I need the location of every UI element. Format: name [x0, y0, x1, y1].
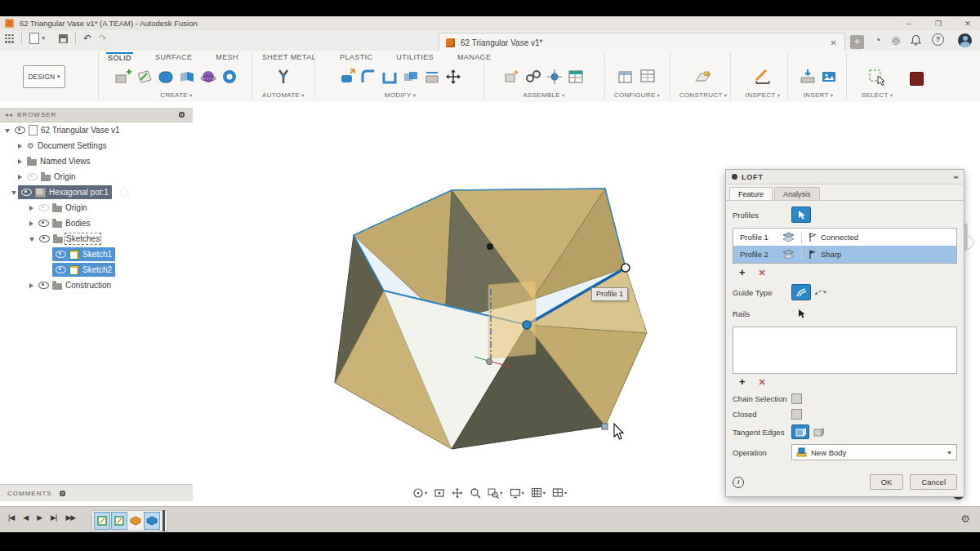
group-label-select[interactable]: SELECT [852, 91, 902, 99]
group-label-construct[interactable]: CONSTRUCT [676, 91, 730, 99]
browser-row-component[interactable]: Hexagonal pot:1 [0, 184, 193, 200]
document-tab[interactable]: 62 Triangular Vase v1* ✕ [439, 33, 845, 51]
remove-rail-button[interactable]: ✕ [759, 377, 766, 387]
tab-analysis[interactable]: Analysis [774, 187, 820, 200]
visibility-eye-icon[interactable] [56, 251, 66, 258]
timeline-settings-gear-icon[interactable]: ⚙ [960, 513, 970, 525]
ribbon-extra-icon[interactable] [910, 72, 924, 86]
save-icon[interactable] [59, 34, 68, 43]
visibility-eye-icon[interactable] [38, 220, 49, 227]
group-label-create[interactable]: CREATE [105, 91, 248, 99]
configuration-table-icon[interactable] [638, 67, 657, 87]
closed-checkbox[interactable] [791, 409, 802, 420]
timeline-sketch-feature[interactable] [94, 512, 110, 530]
fillet-icon[interactable] [359, 67, 378, 87]
primitive-sphere-icon[interactable] [198, 67, 218, 87]
coil-icon[interactable] [220, 67, 239, 87]
group-label-assemble[interactable]: ASSEMBLE [490, 91, 598, 99]
redo-button[interactable]: ↷ [99, 33, 107, 44]
visibility-eye-icon[interactable] [15, 127, 25, 134]
maximize-button[interactable]: ❐ [933, 20, 944, 28]
close-tab-icon[interactable]: ✕ [831, 38, 837, 47]
help-icon[interactable]: ? [932, 33, 944, 46]
guide-type-rails-button[interactable] [791, 284, 811, 300]
vertex-handle-selected[interactable] [523, 321, 531, 329]
chain-selection-checkbox[interactable] [791, 393, 802, 404]
profile-connection-type[interactable]: Connected [821, 233, 858, 242]
press-pull-icon[interactable] [337, 67, 357, 87]
insert-derive-icon[interactable] [798, 67, 817, 87]
expander-icon[interactable] [29, 283, 33, 288]
extensions-icon[interactable]: ◎ [892, 34, 900, 46]
profile-row-1[interactable]: Profile 1 Connected [733, 229, 956, 246]
derive-icon[interactable] [177, 67, 197, 87]
centroid-point[interactable] [487, 243, 493, 250]
browser-row-origin[interactable]: Origin [0, 169, 193, 184]
dialog-collapse-icon[interactable]: ▸▸ [954, 174, 958, 180]
look-at-icon[interactable] [434, 487, 445, 499]
grip-handle[interactable] [602, 424, 608, 429]
group-label-insert[interactable]: INSERT [792, 91, 844, 99]
configure-icon[interactable] [617, 67, 636, 87]
pan-icon[interactable] [452, 487, 463, 499]
visibility-eye-icon[interactable] [39, 235, 50, 242]
minimize-button[interactable]: – [903, 20, 915, 28]
group-label-inspect[interactable]: INSPECT [736, 91, 790, 99]
undo-button[interactable]: ↶ [83, 33, 91, 44]
profiles-select-button[interactable] [791, 207, 811, 223]
grid-settings-icon[interactable] [531, 487, 546, 499]
tab-sheet-metal[interactable]: SHEET METAL [261, 52, 318, 62]
browser-row-sketch1[interactable]: Sketch1 [0, 247, 193, 262]
info-icon[interactable]: i [733, 477, 744, 488]
tab-surface[interactable]: SURFACE [154, 52, 194, 62]
timeline-position-marker[interactable] [163, 510, 165, 531]
assemble-component-icon[interactable] [502, 67, 522, 87]
browser-row-sketch2[interactable]: Sketch2 [0, 262, 193, 278]
add-profile-button[interactable]: + [739, 268, 746, 278]
timeline-play-button[interactable]: ▶ [37, 513, 42, 522]
joint-icon[interactable] [523, 67, 543, 87]
browser-row-named-views[interactable]: Named Views [0, 153, 193, 169]
job-status-icon[interactable]: ◔ [875, 34, 880, 46]
expander-icon[interactable] [29, 221, 33, 226]
insert-canvas-icon[interactable] [819, 67, 839, 87]
expander-icon[interactable] [5, 129, 10, 133]
ok-button[interactable]: OK [870, 474, 904, 490]
visibility-eye-icon[interactable] [27, 173, 38, 180]
rails-list[interactable] [733, 327, 957, 374]
tab-feature[interactable]: Feature [729, 187, 773, 200]
timeline-go-start-button[interactable]: |◀ [8, 513, 14, 522]
browser-row-sketches[interactable]: Sketches [0, 231, 193, 247]
add-rail-button[interactable]: + [739, 377, 746, 387]
browser-row-origin-child[interactable]: Origin [0, 200, 193, 216]
orbit-icon[interactable] [412, 487, 427, 499]
activate-component-radio[interactable] [120, 188, 129, 197]
visibility-eye-icon[interactable] [38, 282, 49, 289]
zoom-icon[interactable] [470, 487, 481, 499]
vertex-handle[interactable] [621, 264, 630, 272]
tab-manage[interactable]: MANAGE [456, 52, 492, 62]
tab-mesh[interactable]: MESH [214, 52, 240, 62]
visibility-eye-icon[interactable] [56, 266, 66, 273]
browser-row-construction[interactable]: Construction [0, 278, 193, 293]
timeline-loft-feature-editing[interactable] [144, 512, 160, 530]
connected-flag-icon[interactable] [808, 232, 817, 242]
profile-row-2[interactable]: Profile 2 Sharp [733, 246, 956, 263]
shell-icon[interactable] [380, 67, 399, 87]
browser-row-document-settings[interactable]: ⚙Document Settings [0, 138, 193, 153]
expander-icon[interactable] [29, 238, 34, 242]
group-label-configure[interactable]: CONFIGURE [610, 91, 664, 99]
timeline-step-forward-button[interactable]: ▶| [51, 513, 56, 522]
browser-row-bodies[interactable]: Bodies [0, 216, 193, 231]
create-form-icon[interactable] [156, 67, 176, 87]
expander-icon[interactable] [18, 159, 22, 164]
expander-icon[interactable] [18, 175, 22, 180]
collapse-browser-icon[interactable]: ◂◂ [5, 111, 13, 118]
comments-dot[interactable] [60, 491, 65, 496]
new-tab-button[interactable]: + [850, 35, 864, 49]
measure-icon[interactable] [753, 67, 773, 87]
remove-profile-button[interactable]: ✕ [759, 268, 766, 278]
select-icon[interactable] [867, 67, 887, 87]
timeline-sketch-feature[interactable] [111, 512, 127, 530]
design-workspace-dropdown[interactable]: DESIGN [23, 65, 65, 88]
